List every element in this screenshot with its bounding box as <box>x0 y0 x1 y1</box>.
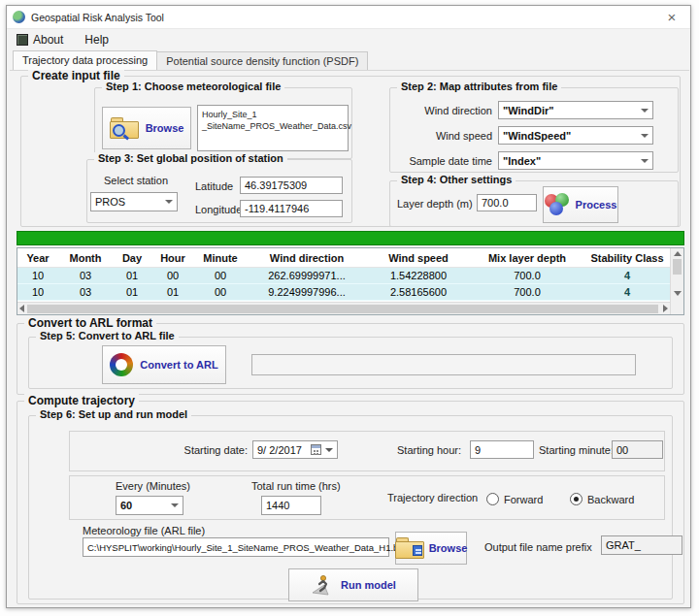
every-minutes-select[interactable]: 60 <box>116 496 183 515</box>
chevron-down-icon <box>641 109 649 113</box>
about-icon <box>17 34 28 46</box>
table-cell: 01 <box>113 284 151 300</box>
run-model-button[interactable]: Run model <box>288 568 418 601</box>
sample-date-time-label: Sample date time <box>393 155 492 167</box>
menu-bar: About Help <box>7 29 690 50</box>
table-header-cell[interactable]: Year <box>17 248 58 267</box>
starting-date-picker[interactable]: 9/ 2/2017 <box>252 440 338 459</box>
select-station-label: Select station <box>104 175 168 186</box>
table-cell: 9.2249997996... <box>247 284 367 300</box>
table-header-cell[interactable]: Wind direction <box>247 248 367 267</box>
horizontal-scroll-thumb[interactable] <box>27 305 658 313</box>
table-cell: 262.69999971... <box>247 268 367 283</box>
table-cell: 00 <box>194 284 247 300</box>
table-cell: 4 <box>584 268 670 283</box>
scroll-left-icon[interactable] <box>19 305 24 312</box>
table-header-cell[interactable]: Mix layer depth <box>470 248 584 267</box>
table-cell: 01 <box>151 284 194 300</box>
meteorological-file-display[interactable]: Hourly_Site_1 _SiteName_PROS_Weather_Dat… <box>197 105 349 151</box>
menu-item-help[interactable]: Help <box>84 33 109 47</box>
step3-title: Step 3: Set global position of station <box>94 152 287 164</box>
table-vertical-scrollbar[interactable] <box>670 248 683 314</box>
convert-to-arl-title: Convert to ARL format <box>24 316 156 330</box>
layer-depth-label: Layer depth (m) <box>397 198 473 210</box>
scroll-right-icon[interactable] <box>663 305 668 312</box>
step6-title: Step 6: Set up and run model <box>36 408 191 420</box>
forward-radio[interactable]: Forward <box>486 490 543 507</box>
close-button[interactable]: × <box>657 6 686 28</box>
chevron-down-icon <box>641 134 649 138</box>
table-cell: 700.0 <box>470 284 584 300</box>
tab-strip: Trajectory data processing Potential sou… <box>13 50 368 70</box>
convert-to-arl-button[interactable]: Convert to ARL <box>102 345 226 384</box>
output-prefix-field[interactable]: GRAT_ <box>601 535 682 555</box>
table-header-cell[interactable]: Hour <box>151 248 194 267</box>
table-cell: 4 <box>584 284 670 300</box>
latitude-field[interactable]: 46.39175309 <box>240 177 343 194</box>
starting-hour-field[interactable]: 9 <box>470 440 534 459</box>
table-horizontal-scrollbar[interactable] <box>17 302 670 314</box>
browse-arl-file-button[interactable]: Browse <box>395 532 467 565</box>
step2-title: Step 2: Map attributes from file <box>397 81 561 92</box>
tab-trajectory-data-processing[interactable]: Trajectory data processing <box>13 50 157 70</box>
table-body: YearMonthDayHourMinuteWind directionWind… <box>17 248 670 314</box>
latitude-label: Latitude <box>195 180 233 192</box>
table-header-cell[interactable]: Wind speed <box>367 248 470 267</box>
file-name-line1: Hourly_Site_1 <box>202 109 344 120</box>
table-cell: 10 <box>17 284 58 300</box>
starting-date-label: Starting date: <box>152 444 248 456</box>
table-cell: 03 <box>58 284 113 300</box>
window-title: Geospatial Risk Analysis Tool <box>31 12 164 23</box>
starting-minute-label: Starting minute: <box>539 444 614 456</box>
table-header-cell[interactable]: Minute <box>194 248 247 267</box>
browse-meteorological-file-button[interactable]: Browse <box>102 107 191 149</box>
table-header-cell[interactable]: Month <box>58 248 113 267</box>
scroll-up-icon[interactable] <box>674 251 682 256</box>
table-cell: 1.54228800 <box>367 268 470 283</box>
folder-document-icon <box>395 537 424 560</box>
circular-arrows-icon <box>110 353 133 376</box>
tab-psdf[interactable]: Potential source density function (PSDF) <box>156 51 368 70</box>
table-cell: 01 <box>113 268 151 283</box>
app-icon <box>13 11 25 23</box>
calendar-icon <box>311 444 321 455</box>
total-run-time-field[interactable]: 1440 <box>261 496 321 515</box>
table-row[interactable]: 10030101009.2249997996...2.58165600700.0… <box>17 284 670 301</box>
backward-radio[interactable]: Backward <box>570 490 634 507</box>
radio-button-icon[interactable] <box>486 493 499 505</box>
layer-depth-field[interactable]: 700.0 <box>477 194 537 211</box>
radio-button-icon[interactable] <box>570 493 582 505</box>
data-table: YearMonthDayHourMinuteWind directionWind… <box>17 247 684 315</box>
table-header-row: YearMonthDayHourMinuteWind directionWind… <box>17 248 670 268</box>
longitude-field[interactable]: -119.4117946 <box>240 200 343 217</box>
table-cell: 10 <box>17 268 58 283</box>
table-cell: 00 <box>194 268 247 283</box>
wind-direction-label: Wind direction <box>393 105 492 116</box>
chevron-down-icon <box>165 200 173 204</box>
starting-minute-field[interactable]: 00 <box>612 440 663 459</box>
table-cell: 00 <box>151 268 194 283</box>
menu-item-about[interactable]: About <box>17 33 63 47</box>
processing-progress-bar <box>17 231 684 245</box>
starting-hour-label: Starting hour: <box>397 444 461 456</box>
meteorology-file-field[interactable]: C:\HYSPLIT\working\Hourly_Site_1_SiteNam… <box>83 537 389 557</box>
chevron-down-icon <box>325 448 333 452</box>
step1-title: Step 1: Choose meteorological file <box>102 81 284 92</box>
chevron-down-icon <box>641 159 649 163</box>
wind-speed-select[interactable]: "WindSpeed" <box>498 126 653 145</box>
sample-date-time-select[interactable]: "Index" <box>498 151 653 170</box>
runner-icon <box>311 573 334 597</box>
conversion-progress-bar <box>251 354 636 375</box>
table-header-cell[interactable]: Stability Class <box>584 248 670 267</box>
table-header-cell[interactable]: Day <box>113 248 151 267</box>
process-button[interactable]: Process <box>543 186 618 223</box>
wind-speed-label: Wind speed <box>393 130 492 142</box>
wind-direction-select[interactable]: "WindDir" <box>498 101 653 119</box>
app-window: Geospatial Risk Analysis Tool × About He… <box>6 5 691 608</box>
station-select[interactable]: PROS <box>90 192 178 211</box>
vertical-scroll-thumb[interactable] <box>673 259 682 275</box>
every-minutes-label: Every (Minutes) <box>116 480 190 492</box>
table-row[interactable]: 1003010000262.69999971...1.54228800700.0… <box>17 268 670 284</box>
scroll-down-icon[interactable] <box>674 291 682 296</box>
meteorology-file-label: Meteorology file (ARL file) <box>83 525 205 536</box>
